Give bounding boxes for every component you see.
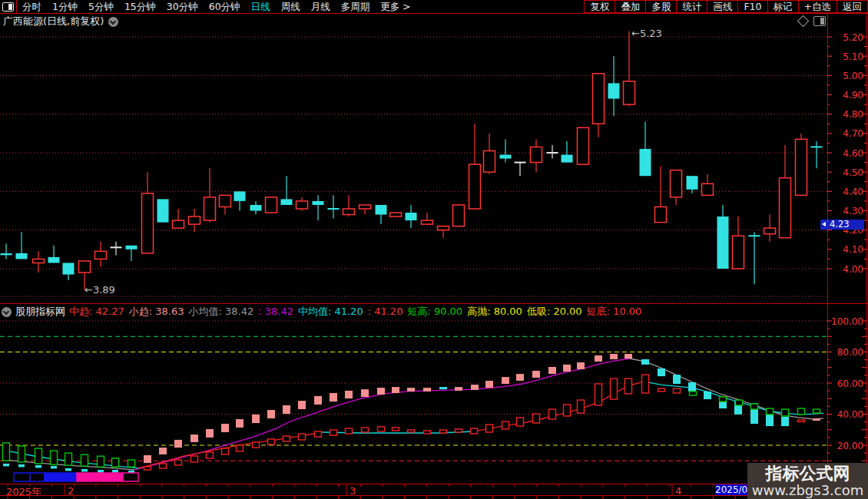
layout-toggle-button[interactable]: [0, 0, 17, 13]
red-candle: [378, 427, 385, 431]
period-menu-item[interactable]: 更多 >: [375, 0, 416, 13]
green-candle: [813, 409, 820, 413]
chevron-down-icon[interactable]: [108, 17, 118, 27]
red-candle: [346, 428, 353, 434]
salmon-candle: [252, 415, 260, 423]
period-menu-item[interactable]: 多周期: [336, 0, 376, 13]
green-candle: [112, 458, 119, 467]
tool-menu-item[interactable]: 复权: [584, 0, 615, 13]
red-candle: [642, 375, 649, 393]
candle-down: [687, 176, 698, 190]
page-title: 广西能源(日线,前复权): [3, 15, 104, 28]
candle-up: [173, 220, 184, 228]
candle-down: [16, 253, 28, 259]
salmon-candle: [190, 435, 198, 442]
diamond-icon[interactable]: [797, 15, 810, 28]
candle-up: [624, 81, 635, 104]
tool-menu-item[interactable]: 标记: [767, 0, 799, 13]
candle-up: [469, 164, 481, 209]
period-menu-item[interactable]: 日线: [246, 0, 276, 13]
title-bar: 广西能源(日线,前复权): [3, 15, 118, 28]
salmon-candle: [624, 354, 632, 359]
red-candle: [533, 414, 540, 423]
candle-up: [390, 213, 402, 216]
tool-menu-item[interactable]: 返回: [837, 0, 868, 13]
indicator-line-zhongjunzhi-rising2: [474, 382, 644, 431]
green-candle: [782, 409, 789, 416]
salmon-candle: [174, 440, 182, 448]
candle-up: [189, 216, 200, 224]
salmon-candle: [345, 391, 353, 398]
candle-up: [453, 205, 465, 226]
indicator-values: 中趋: 42.27小趋: 38.63小均值: 38.42: 38.42中均值: …: [69, 305, 646, 319]
candle-up: [655, 207, 667, 222]
tool-menu-item[interactable]: 画线: [707, 0, 738, 13]
signal-band-blue-hollow: [14, 473, 30, 481]
period-menu-item[interactable]: 月线: [306, 0, 336, 13]
indicator-chevron-icon[interactable]: [2, 307, 12, 317]
period-menu-item[interactable]: 60分钟: [204, 0, 246, 13]
salmon-candle: [407, 388, 415, 392]
red-candle: [207, 452, 214, 458]
salmon-candle: [516, 374, 524, 381]
signal-band-magenta-hollow: [123, 473, 138, 481]
salmon-candle: [423, 388, 431, 392]
candle-up: [220, 195, 231, 207]
green-candle: [720, 397, 727, 402]
tool-menu-item[interactable]: F10: [737, 0, 767, 13]
red-candle: [502, 421, 509, 429]
period-menu-item[interactable]: 5分钟: [83, 0, 119, 13]
candle-up: [578, 127, 589, 164]
candle-up: [733, 236, 744, 269]
chart-canvas[interactable]: [0, 0, 868, 499]
period-menu-item[interactable]: 分时: [17, 0, 47, 13]
red-candle: [578, 400, 585, 413]
candle-down: [250, 205, 262, 211]
candle-up: [702, 183, 714, 195]
salmon-candle: [610, 354, 618, 359]
red-candle: [456, 429, 462, 432]
candle-down: [63, 263, 75, 274]
candle-up: [297, 201, 308, 209]
candle-down: [608, 83, 620, 98]
green-candle: [18, 446, 25, 462]
period-menu-item[interactable]: 30分钟: [161, 0, 204, 13]
salmon-candle: [314, 396, 322, 405]
pane-layout-icon[interactable]: [813, 16, 826, 26]
period-menu-item[interactable]: 1分钟: [47, 0, 83, 13]
red-candle: [611, 378, 618, 399]
salmon-candle: [595, 355, 602, 362]
salmon-candle: [144, 455, 151, 463]
red-candle: [798, 420, 805, 422]
candle-up: [204, 197, 216, 220]
tool-menu-item[interactable]: +自选: [798, 0, 837, 13]
tool-menu-item[interactable]: 叠加: [615, 0, 646, 13]
candle-up: [343, 209, 355, 215]
salmon-candle: [298, 401, 306, 409]
indicator-field: 中均值: 41.20: [298, 305, 363, 319]
cyan-dash: [3, 464, 9, 467]
salmon-candle: [267, 410, 275, 418]
candle-up: [359, 205, 371, 209]
salmon-candle: [159, 448, 167, 454]
red-candle: [674, 388, 681, 393]
indicator-field: 高抛: 80.00: [467, 305, 522, 319]
candle-down: [640, 149, 651, 176]
tool-menu-item[interactable]: 多股: [645, 0, 677, 13]
green-candle: [81, 454, 88, 466]
candle-up: [593, 74, 605, 124]
green-candle: [65, 453, 72, 465]
red-candle: [486, 425, 493, 432]
salmon-candle: [471, 385, 479, 390]
green-candle: [736, 400, 743, 405]
tool-menu-item[interactable]: 统计: [676, 0, 707, 13]
candle-up: [671, 170, 682, 197]
candle-up: [266, 197, 277, 213]
candle-up: [422, 220, 433, 224]
indicator-field: 小趋: 38.63: [129, 305, 184, 319]
period-menu-item[interactable]: 周线: [276, 0, 306, 13]
watermark: 指标公式网 www.zbgs3.com: [747, 463, 868, 499]
indicator-field: : 41.20: [368, 306, 403, 317]
salmon-candle: [392, 387, 399, 393]
period-menu-item[interactable]: 15分钟: [119, 0, 161, 13]
